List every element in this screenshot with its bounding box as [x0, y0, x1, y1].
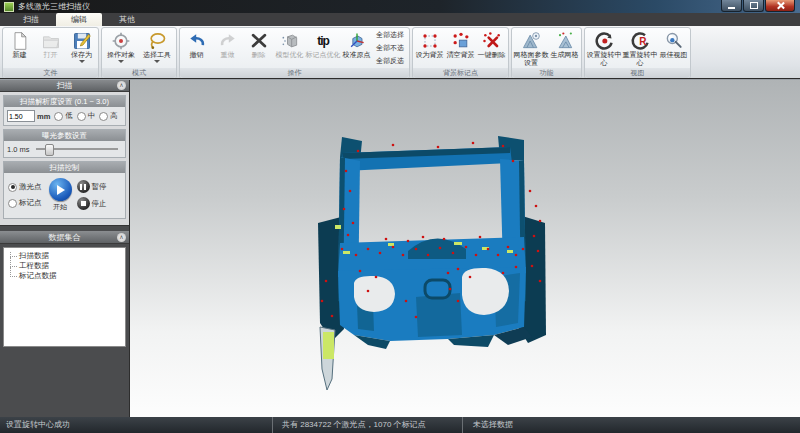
pause-scan-button[interactable]	[77, 180, 90, 193]
ribbon-group-operation: 撤销 重做 删除 模型	[179, 27, 410, 79]
scan-control-title: 扫描控制	[4, 162, 125, 173]
resolution-section-title: 扫描解析度设置 (0.1 ~ 3.0)	[4, 96, 125, 107]
tab-edit[interactable]: 编辑	[56, 13, 102, 26]
select-tool-button[interactable]: 选择工具	[139, 28, 175, 68]
app-window: 多线激光三维扫描仪 扫描 编辑 其他 新建	[0, 0, 800, 433]
tab-scan[interactable]: 扫描	[8, 13, 54, 26]
set-rotation-center-icon	[593, 30, 615, 51]
calibrate-origin-button[interactable]: 校准原点	[341, 28, 372, 68]
start-scan-button[interactable]	[49, 178, 72, 201]
ribbon-group-function: 网格面参数设置 生成网格 功能	[511, 27, 582, 79]
delete-markers-icon	[481, 30, 503, 51]
new-button[interactable]: 新建	[4, 28, 35, 68]
window-controls	[721, 0, 795, 12]
redo-button[interactable]: 重做	[212, 28, 243, 68]
dropdown-arrow-icon	[154, 60, 160, 63]
app-icon	[4, 2, 14, 12]
generate-mesh-button[interactable]: 生成网格	[549, 28, 580, 68]
exposure-value: 1.0 ms	[7, 145, 30, 154]
delete-x-icon	[248, 30, 270, 51]
set-rotation-center-button[interactable]: 设置旋转中心	[586, 28, 622, 68]
minimize-button[interactable]	[721, 0, 742, 12]
tree-item-project-data[interactable]: 工程数据	[4, 261, 125, 271]
redo-icon	[217, 30, 239, 51]
best-view-button[interactable]: 最佳视图	[658, 28, 689, 68]
set-background-button[interactable]: 设为背景	[414, 28, 445, 68]
group-label-mode: 模式	[102, 68, 176, 78]
group-label-function: 功能	[512, 68, 581, 78]
play-icon	[57, 185, 65, 195]
group-label-view: 视图	[585, 68, 690, 78]
start-label: 开始	[53, 202, 67, 212]
stop-icon	[81, 201, 86, 206]
mesh-settings-icon	[520, 30, 542, 51]
select-none-button[interactable]: 全部不选	[376, 43, 404, 53]
minimize-icon	[728, 7, 735, 9]
reset-rotation-center-button[interactable]: R 重置旋转中心	[622, 28, 658, 68]
reset-rotation-center-icon: R	[629, 30, 651, 51]
scan-panel-header[interactable]: 扫描 ∧	[0, 79, 129, 92]
titlebar: 多线激光三维扫描仪	[0, 0, 800, 13]
data-panel-header[interactable]: 数据集合 ∧	[0, 231, 129, 244]
target-icon	[110, 30, 132, 51]
status-message: 设置旋转中心成功	[6, 417, 70, 433]
generate-mesh-icon	[554, 30, 576, 51]
save-as-button[interactable]: 保存为	[66, 28, 97, 68]
model-cube-icon	[279, 30, 301, 51]
marker-optimize-button[interactable]: tip 标记点优化	[305, 28, 341, 68]
exposure-section: 曝光参数设置 1.0 ms	[3, 129, 126, 158]
open-folder-icon	[40, 30, 62, 51]
mesh-params-button[interactable]: 网格面参数设置	[513, 28, 549, 68]
maximize-button[interactable]	[743, 0, 764, 12]
collapse-icon[interactable]: ∧	[117, 81, 126, 90]
select-invert-button[interactable]: 全部反选	[376, 56, 404, 66]
exposure-slider[interactable]	[36, 148, 118, 150]
status-point-counts: 共有 2834722 个激光点，1070 个标记点	[272, 417, 426, 433]
laser-points-radio[interactable]	[8, 183, 17, 192]
magnifier-icon	[663, 30, 685, 51]
operation-object-button[interactable]: 操作对象	[103, 28, 139, 68]
close-button[interactable]	[765, 0, 795, 12]
rotation-r-glyph: R	[639, 36, 647, 47]
stop-scan-button[interactable]	[77, 197, 90, 210]
group-label-operation: 操作	[180, 68, 409, 78]
delete-button[interactable]: 删除	[243, 28, 274, 68]
ribbon: 新建 打开 保存为 文件	[0, 26, 800, 80]
group-label-background-markers: 背景标记点	[413, 68, 508, 78]
ribbon-group-background-markers: 设为背景 清空背景 一键删除 背景标记点	[412, 27, 509, 79]
one-key-delete-button[interactable]: 一键删除	[476, 28, 507, 68]
set-background-icon	[419, 30, 441, 51]
resolution-low-radio[interactable]	[54, 112, 63, 121]
dropdown-arrow-icon	[118, 60, 124, 63]
model-optimize-button[interactable]: 模型优化	[274, 28, 305, 68]
exposure-section-title: 曝光参数设置	[4, 130, 125, 141]
marker-points-radio[interactable]	[8, 199, 17, 208]
exposure-slider-handle[interactable]	[45, 144, 54, 156]
clear-background-icon	[450, 30, 472, 51]
ribbon-group-view: 设置旋转中心 R 重置旋转中心 最佳视图 视图	[584, 27, 691, 79]
undo-button[interactable]: 撤销	[181, 28, 212, 68]
tab-other[interactable]: 其他	[104, 13, 150, 26]
new-document-icon	[9, 30, 31, 51]
ribbon-group-mode: 操作对象 选择工具 模式	[101, 27, 177, 79]
select-all-button[interactable]: 全部选择	[376, 30, 404, 40]
tree-item-marker-data[interactable]: 标记点数据	[4, 271, 125, 281]
collapse-icon[interactable]: ∧	[117, 233, 126, 242]
resolution-high-radio[interactable]	[99, 112, 108, 121]
clear-background-button[interactable]: 清空背景	[445, 28, 476, 68]
viewport-3d[interactable]	[130, 79, 800, 417]
tip-icon: tip	[312, 30, 334, 51]
undo-icon	[186, 30, 208, 51]
open-button[interactable]: 打开	[35, 28, 66, 68]
status-bar: 设置旋转中心成功 共有 2834722 个激光点，1070 个标记点 未选择数据	[0, 417, 800, 433]
resolution-unit: mm	[37, 112, 50, 121]
save-as-icon	[71, 30, 93, 51]
body: 扫描 ∧ 扫描解析度设置 (0.1 ~ 3.0) mm 低 中 高	[0, 79, 800, 417]
resolution-input[interactable]	[7, 110, 35, 122]
lasso-icon	[146, 30, 168, 51]
resolution-section: 扫描解析度设置 (0.1 ~ 3.0) mm 低 中 高	[3, 95, 126, 126]
scanned-car-body-model	[298, 131, 548, 393]
tree-item-scan-data[interactable]: 扫描数据	[4, 251, 125, 261]
resolution-mid-radio[interactable]	[77, 112, 86, 121]
ribbon-separator	[0, 78, 800, 79]
